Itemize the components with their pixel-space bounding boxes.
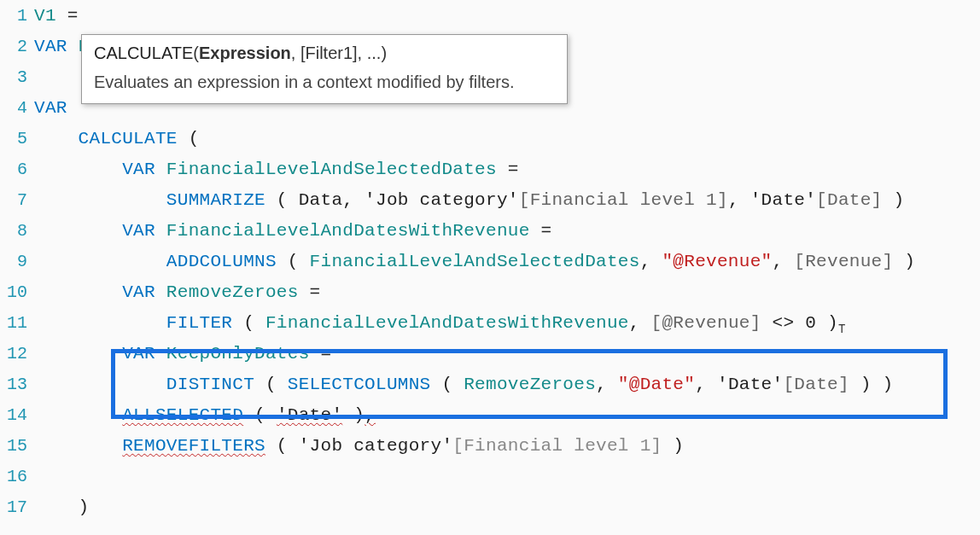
code-line[interactable]: 12 VAR KeepOnlyDates = [0,338,980,369]
tooltip-description: Evaluates an expression in a context mod… [94,69,555,95]
token-identifier: KeepOnlyDates [166,344,310,363]
line-number: 2 [0,37,34,56]
token-column: [Financial level 1] [519,190,728,210]
token-identifier: RemoveZeroes [166,282,299,302]
token-paren: ) [342,405,365,425]
token-comma: , [596,375,618,394]
token-identifier: FinancialLevelAndSelectedDates [310,252,640,271]
token-keyword: VAR [122,221,166,241]
line-number: 3 [0,67,34,87]
token-identifier: RemoveZeroes [464,375,596,394]
text-cursor-icon: T [838,323,846,336]
code-line[interactable]: 5 CALCULATE ( [0,123,980,154]
token-comma: , [695,375,717,394]
token-keyword: VAR [122,344,166,363]
token-op: = [56,6,79,26]
token-identifier: V1 [34,6,56,26]
code-line[interactable]: 17 ) [0,491,980,522]
token-keyword: VAR [34,98,79,118]
line-number: 8 [0,221,34,241]
line-number: 5 [0,129,34,148]
token-identifier: FinancialLevelAndDatesWithRevenue [166,221,530,241]
token-string: "@Date" [618,375,695,394]
token-keyword: VAR [34,37,79,56]
line-number: 12 [0,344,34,363]
line-number: 9 [0,252,34,271]
code-line[interactable]: 11 FILTER ( FinancialLevelAndDatesWithRe… [0,307,980,338]
token-paren: ( [243,405,277,425]
code-line[interactable]: 1 V1 = [0,0,980,31]
token-column: [@Revenue] [651,313,761,333]
line-number: 7 [0,190,34,210]
token-function: SUMMARIZE [166,190,265,210]
line-number: 16 [0,467,34,486]
token-paren: ( [178,129,200,148]
token-comma: , [365,405,376,425]
line-number: 14 [0,405,34,425]
token-function: SELECTCOLUMNS [288,375,431,394]
line-number: 17 [0,497,34,517]
token-function: FILTER [166,313,232,333]
token-op: <> [761,313,806,333]
token-comma: , [629,313,651,333]
token-op: = [497,160,519,179]
token-paren: ) ) [849,375,894,394]
code-line[interactable]: 6 VAR FinancialLevelAndSelectedDates = [0,154,980,184]
code-line[interactable]: 16 [0,461,980,491]
code-line[interactable]: 7 SUMMARIZE ( Data, 'Job category'[Finan… [0,184,980,215]
token-comma: , [772,252,794,271]
tooltip-param: Expression [199,44,291,62]
token-identifier: FinancialLevelAndDatesWithRevenue [265,313,629,333]
token-comma: , [728,190,750,210]
token-column: [Date] [783,375,849,394]
token-paren: ( [265,436,299,456]
token-paren: ) [816,313,838,333]
token-function: ALLSELECTED [122,405,243,425]
token-paren: ( [232,313,265,333]
dax-code-editor[interactable]: CALCULATE(Expression, [Filter1], ...) Ev… [0,0,980,535]
token-column: [Revenue] [794,252,893,271]
token-table: 'Date' [717,375,783,394]
intellisense-tooltip: CALCULATE(Expression, [Filter1], ...) Ev… [81,34,568,104]
code-line[interactable]: 10 VAR RemoveZeroes = [0,276,980,307]
token-comma: , [640,252,662,271]
tooltip-rest: , [Filter1], ...) [291,44,387,62]
token-op: = [299,282,321,302]
token-paren: ) [662,436,684,456]
token-table: 'Job category' [365,190,519,210]
line-number: 13 [0,375,34,394]
token-function: REMOVEFILTERS [122,436,265,456]
token-paren: ) [79,497,90,517]
token-table: Data [299,190,343,210]
tooltip-func-name: CALCULATE [94,44,193,62]
token-paren: ( [431,375,464,394]
token-number: 0 [805,313,816,333]
token-table: 'Job category' [299,436,453,456]
tooltip-signature: CALCULATE(Expression, [Filter1], ...) [94,40,555,66]
token-table: 'Date' [277,405,342,425]
token-paren: ) [893,252,915,271]
code-line[interactable]: 15 REMOVEFILTERS ( 'Job category'[Financ… [0,430,980,461]
line-number: 6 [0,160,34,179]
line-number: 1 [0,6,34,26]
line-number: 15 [0,436,34,456]
token-function: CALCULATE [79,129,178,148]
token-paren: ( [277,252,310,271]
token-column: [Financial level 1] [452,436,662,456]
code-line[interactable]: 9 ADDCOLUMNS ( FinancialLevelAndSelected… [0,246,980,276]
code-line[interactable]: 13 DISTINCT ( SELECTCOLUMNS ( RemoveZero… [0,369,980,399]
token-paren: ) [883,190,905,210]
code-line[interactable]: 8 VAR FinancialLevelAndDatesWithRevenue … [0,215,980,246]
token-table: 'Date' [750,190,816,210]
line-number: 10 [0,282,34,302]
line-number: 11 [0,313,34,333]
token-comma: , [342,190,365,210]
token-op: = [310,344,332,363]
code-line[interactable]: 14 ALLSELECTED ( 'Date' ), [0,399,980,430]
token-function: ADDCOLUMNS [166,252,277,271]
token-identifier: FinancialLevelAndSelectedDates [166,160,497,179]
token-paren: ( [254,375,288,394]
token-column: [Date] [816,190,882,210]
token-op: = [530,221,552,241]
token-function: DISTINCT [166,375,254,394]
